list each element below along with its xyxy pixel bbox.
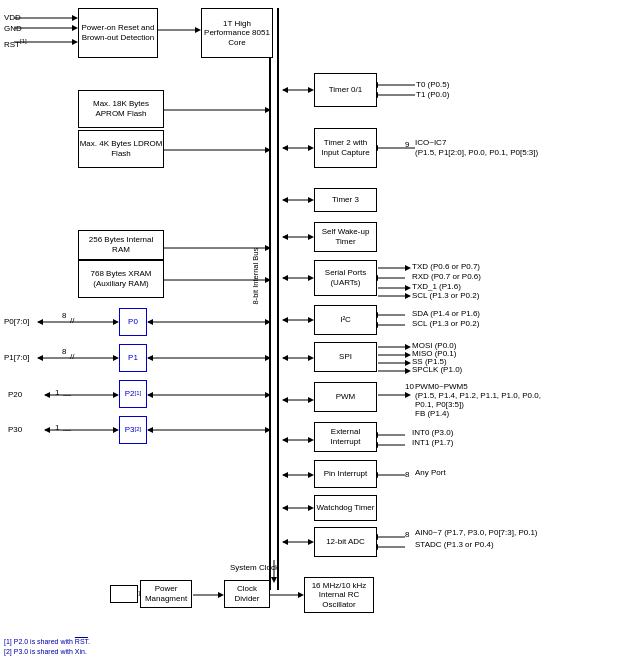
svg-marker-27 [37,319,43,325]
any-port-label: Any Port [415,468,446,478]
ext-interrupt-block: External Interrupt [314,422,377,452]
vdd-label: VDD [4,13,21,23]
p0-8-label: 8 [62,311,66,321]
svg-marker-24 [147,319,153,325]
svg-marker-66 [282,275,288,281]
clock-divider-block: Clock Divider [224,580,270,608]
svg-marker-121 [271,577,277,583]
svg-marker-95 [282,397,288,403]
svg-marker-20 [265,277,271,283]
system-clock-label: System Clock [230,563,279,573]
svg-marker-100 [282,437,288,443]
core-block: 1T High Performance 8051 Core [201,8,273,58]
serial-ports-block: Serial Ports (UARTs) [314,260,377,296]
svg-marker-68 [405,265,411,271]
ic-detail-label: (P1.5, P1[2:0], P0.0, P0.1, P0[5:3]) [415,148,538,158]
svg-marker-97 [405,392,411,398]
svg-marker-33 [37,355,43,361]
svg-marker-48 [282,87,288,93]
xram-block: 768 Bytes XRAM (Auxiliary RAM) [78,260,164,298]
svg-marker-88 [405,352,411,358]
timer3-block: Timer 3 [314,188,377,212]
ic-num-label: 9 [405,140,409,150]
p1-block: P1 [119,344,147,372]
footnote2: [2] P3.0 is shared with Xin. [4,648,87,656]
pin-interrupt-block: Pin Interrupt [314,460,377,488]
power-mgmt-block: Power Managment [140,580,192,608]
sda-label: SDA (P1.4 or P1.6) [412,309,480,319]
rxd-label: RXD (P0.7 or P0.6) [412,272,481,282]
watchdog-block: Watchdog Timer [314,495,377,521]
svg-marker-23 [265,319,271,325]
p1-slash: // [70,352,74,362]
p1-port-label: P1[7:0] [4,353,29,363]
rc-oscillator-block: 16 MHz/10 kHz Internal RC Oscillator [304,577,374,613]
svg-marker-92 [405,368,411,374]
svg-marker-11 [265,107,271,113]
svg-marker-112 [282,505,288,511]
svg-marker-35 [265,392,271,398]
p3-port-label: P30 [8,425,22,435]
ldrom-block: Max. 4K Bytes LDROM Flash [78,130,164,168]
p3-1-label: 1 [55,423,59,433]
diagram-container: VDD GND RST[1] Power-on Reset and Brown-… [0,0,629,663]
rst-label: RST[1] [4,38,27,49]
i2c-block: I²C [314,305,377,335]
svg-marker-55 [282,145,288,151]
ic-label: ICO~IC7 [415,138,446,148]
svg-marker-17 [265,245,271,251]
p3-slash: — [63,425,71,435]
stadc-label: STADC (P1.3 or P0.4) [415,540,494,550]
svg-marker-41 [265,427,271,433]
svg-marker-30 [147,355,153,361]
spclk-label: SPCLK (P1.0) [412,365,462,375]
fb-label: FB (P1.4) [415,409,449,419]
pin-8-label: 8 [405,470,409,480]
spi-block: SPI [314,342,377,372]
pwm-num-label: 10 [405,382,414,392]
self-wakeup-block: Self Wake-up Timer [314,222,377,252]
adc-8-label: 8 [405,530,409,540]
p0-port-label: P0[7:0] [4,317,29,327]
timer2-block: Timer 2 with Input Capture [314,128,377,168]
scl-label: SCL (P1.3 or P0.2) [412,319,479,329]
pwm-block: PWM [314,382,377,412]
adc-block: 12-bit ADC [314,527,377,557]
txd-label: TXD (P0.6 or P0.7) [412,262,480,272]
svg-marker-74 [405,293,411,299]
svg-marker-63 [282,234,288,240]
svg-marker-77 [282,317,288,323]
p2-slash: — [63,390,71,400]
p1-8-label: 8 [62,347,66,357]
svg-marker-115 [282,539,288,545]
xin-block [110,585,138,603]
footnote1: [1] P2.0 is shared with RST. [4,638,90,646]
internal-ram-block: 256 Bytes Internal RAM [78,230,164,260]
svg-marker-45 [44,427,50,433]
svg-marker-86 [405,344,411,350]
svg-marker-14 [265,147,271,153]
p2-1-label: 1 [55,388,59,398]
svg-marker-39 [44,392,50,398]
ain-label: AIN0~7 (P1.7, P3.0, P0[7:3], P0.1) [415,528,538,538]
p0-block: P0 [119,308,147,336]
svg-marker-29 [265,355,271,361]
rxd1-label: SCL (P1.3 or P0.2) [412,291,479,301]
svg-marker-90 [405,360,411,366]
p3-block: P3[2] [119,416,147,444]
svg-marker-60 [282,197,288,203]
svg-marker-42 [147,427,153,433]
p2-port-label: P20 [8,390,22,400]
gnd-label: GND [4,24,22,34]
bus-label: 8-bit Internal Bus [251,248,260,305]
power-on-reset-block: Power-on Reset and Brown-out Detection [78,8,158,58]
svg-marker-36 [147,392,153,398]
svg-marker-107 [282,472,288,478]
svg-marker-84 [282,355,288,361]
int1-label: INT1 (P1.7) [412,438,453,448]
p0-slash: // [70,316,74,326]
t0-label: T0 (P0.5) [416,80,449,90]
svg-marker-72 [405,285,411,291]
timer01-block: Timer 0/1 [314,73,377,107]
t1-label: T1 (P0.0) [416,90,449,100]
